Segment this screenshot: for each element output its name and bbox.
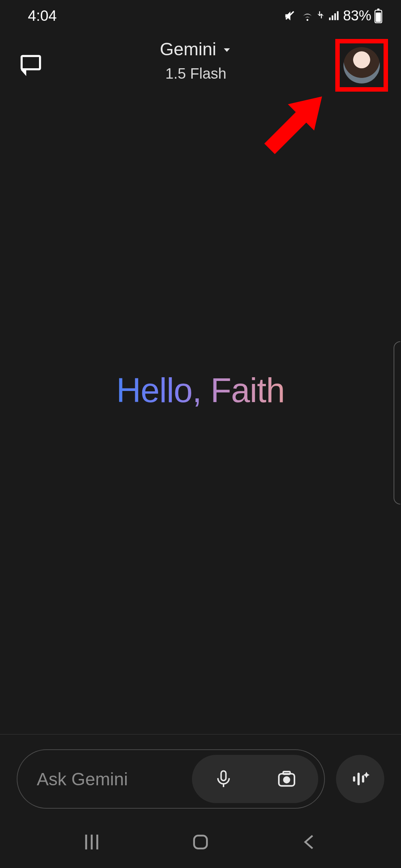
android-recents-button[interactable] bbox=[75, 825, 108, 859]
chat-history-icon[interactable] bbox=[19, 52, 43, 78]
svg-rect-2 bbox=[376, 12, 381, 22]
svg-rect-3 bbox=[22, 56, 40, 69]
cellular-signal-icon bbox=[327, 10, 340, 22]
svg-rect-11 bbox=[362, 775, 364, 782]
greeting-text: Hello, Faith bbox=[116, 371, 284, 410]
svg-rect-10 bbox=[358, 773, 360, 785]
wifi-icon bbox=[300, 9, 315, 23]
svg-rect-1 bbox=[377, 9, 379, 10]
android-back-button[interactable] bbox=[293, 825, 326, 859]
svg-point-7 bbox=[284, 777, 290, 783]
live-voice-button[interactable] bbox=[336, 755, 384, 803]
android-nav-bar bbox=[0, 816, 401, 868]
model-selector[interactable]: Gemini bbox=[160, 39, 232, 59]
status-time: 4:04 bbox=[28, 7, 57, 24]
profile-avatar[interactable] bbox=[343, 47, 380, 83]
ask-gemini-input[interactable]: Ask Gemini bbox=[37, 769, 192, 789]
status-indicators: 83% bbox=[284, 8, 382, 24]
battery-icon bbox=[374, 9, 382, 23]
android-status-bar: 4:04 83% bbox=[0, 0, 401, 32]
volume-muted-icon bbox=[284, 9, 297, 23]
svg-rect-8 bbox=[283, 772, 290, 774]
scrollbar-track[interactable] bbox=[394, 341, 400, 504]
text-input-container[interactable]: Ask Gemini bbox=[17, 749, 325, 809]
chevron-down-icon bbox=[222, 39, 232, 59]
battery-percent: 83% bbox=[343, 8, 371, 24]
model-name: Gemini bbox=[160, 39, 216, 59]
svg-rect-15 bbox=[194, 836, 207, 849]
android-home-button[interactable] bbox=[184, 825, 217, 859]
app-header: Gemini 1.5 Flash bbox=[0, 32, 401, 98]
data-arrows-icon bbox=[318, 10, 325, 22]
input-action-group bbox=[192, 755, 318, 803]
camera-button[interactable] bbox=[272, 764, 301, 794]
annotation-highlight-box bbox=[335, 39, 388, 92]
microphone-button[interactable] bbox=[209, 764, 238, 794]
svg-rect-9 bbox=[353, 776, 355, 782]
input-bar: Ask Gemini bbox=[0, 734, 401, 809]
model-variant: 1.5 Flash bbox=[63, 65, 329, 82]
svg-rect-5 bbox=[221, 771, 226, 780]
